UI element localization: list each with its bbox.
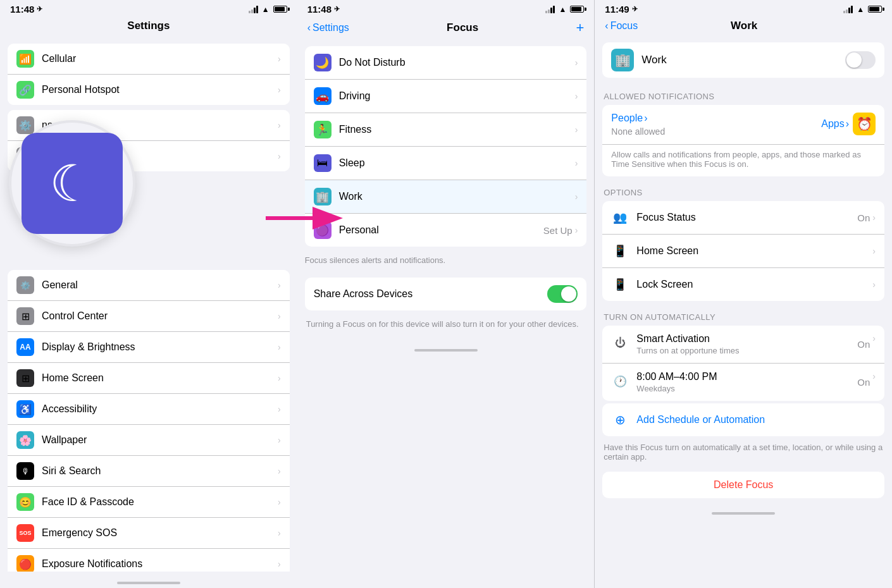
status-bar-1: 11:48 ✈ ▲ [0, 0, 297, 17]
status-time-3: 11:49 ✈ [605, 4, 637, 15]
settings-item-accessibility[interactable]: ♿ Accessibility › [8, 394, 290, 425]
home-screen-chevron: › [278, 373, 281, 383]
faceid-icon: 😊 [16, 493, 34, 511]
general-chevron: › [278, 280, 281, 290]
focus-status-icon: 👥 [611, 209, 629, 226]
add-schedule-row[interactable]: ⊕ Add Schedule or Automation [602, 403, 884, 436]
personal-setup-label: Set Up [543, 225, 573, 236]
share-section: Share Across Devices [305, 278, 587, 310]
focus-item-fitness[interactable]: 🏃 Fitness › [305, 113, 587, 147]
battery-icon-2 [570, 6, 584, 13]
settings-item-cellular[interactable]: 📶 Cellular › [8, 44, 290, 75]
lock-screen-chevron: › [872, 279, 876, 290]
focus-hint: Focus silences alerts and notifications. [297, 252, 595, 273]
work-toggle[interactable] [845, 51, 876, 69]
ns-icon: ⚙️ [16, 116, 34, 134]
settings-item-exposure[interactable]: 🔴 Exposure Notifications › [8, 549, 290, 572]
settings-panel: 11:48 ✈ ▲ Settings 📶 Cellular › [0, 0, 297, 588]
people-value: None allowed [611, 126, 821, 137]
exposure-label: Exposure Notifications [42, 558, 278, 570]
allowed-notif-desc: Allow calls and notifications from peopl… [602, 145, 884, 176]
delete-row[interactable]: Delete Focus [602, 472, 884, 498]
ns-chevron: › [278, 120, 281, 130]
personal-label: Personal [339, 224, 543, 236]
work-focus-label: Work [339, 191, 575, 202]
otics-chevron: › [278, 151, 281, 161]
sleep-label: Sleep [339, 157, 575, 169]
settings-item-control-center[interactable]: ⊞ Control Center › [8, 301, 290, 332]
schedule-text: 8:00 AM–4:00 PM Weekdays [636, 371, 857, 393]
display-chevron: › [278, 342, 281, 352]
sos-label: Emergency SOS [42, 527, 278, 539]
allowed-notif-row: People › None allowed Apps › ⏰ [602, 105, 884, 145]
focus-item-sleep[interactable]: 🛏 Sleep › [305, 147, 587, 180]
settings-item-sos[interactable]: SOS Emergency SOS › [8, 518, 290, 549]
settings-list: 📶 Cellular › 🔗 Personal Hotspot › ⚙️ ns … [0, 39, 297, 572]
settings-item-hotspot[interactable]: 🔗 Personal Hotspot › [8, 75, 290, 105]
back-chevron-icon: ‹ [307, 22, 311, 34]
work-back-chevron: ‹ [605, 20, 608, 32]
general-label: General [42, 279, 278, 291]
option-focus-status[interactable]: 👥 Focus Status On › [602, 201, 884, 235]
auto-smart-activation[interactable]: ⏻ Smart Activation Turns on at opportune… [602, 326, 884, 364]
focus-back-button[interactable]: ‹ Settings [307, 22, 349, 34]
driving-chevron: › [575, 91, 578, 101]
home-bar-3 [595, 501, 892, 518]
display-label: Display & Brightness [42, 341, 278, 353]
option-home-screen[interactable]: 📱 Home Screen › [602, 235, 884, 268]
schedule-icon: 🕐 [611, 372, 629, 390]
dnd-label: Do Not Disturb [339, 57, 575, 68]
accessibility-chevron: › [278, 404, 281, 414]
schedule-label: 8:00 AM–4:00 PM [636, 371, 857, 383]
settings-item-general[interactable]: ⚙️ General › [8, 270, 290, 301]
dnd-icon: 🌙 [314, 54, 331, 71]
people-link[interactable]: People › [611, 113, 821, 124]
signal-icon-3 [843, 6, 853, 13]
siri-chevron: › [278, 466, 281, 476]
option-lock-screen[interactable]: 📱 Lock Screen › [602, 268, 884, 301]
location-icon: ✈ [37, 5, 42, 13]
accessibility-label: Accessibility [42, 403, 278, 415]
settings-item-faceid[interactable]: 😊 Face ID & Passcode › [8, 487, 290, 518]
wallpaper-chevron: › [278, 435, 281, 445]
hotspot-label: Personal Hotspot [42, 84, 278, 95]
hotspot-chevron: › [278, 85, 281, 95]
control-center-icon: ⊞ [16, 307, 34, 325]
delete-section: Delete Focus [602, 472, 884, 498]
settings-item-wallpaper[interactable]: 🌸 Wallpaper › [8, 425, 290, 456]
focus-item-work[interactable]: 🏢 Work › [305, 180, 587, 214]
focus-item-dnd[interactable]: 🌙 Do Not Disturb › [305, 46, 587, 80]
share-desc: Turning a Focus on for this device will … [297, 315, 595, 338]
focus-moon-icon: ☾ [49, 154, 95, 213]
focus-item-personal[interactable]: 🟣 Personal Set Up › [305, 214, 587, 247]
delete-label: Delete Focus [714, 479, 773, 491]
driving-icon: 🚗 [314, 87, 331, 105]
focus-status-value: On [857, 212, 870, 223]
lock-screen-icon: 📱 [611, 276, 629, 293]
apps-link[interactable]: Apps › [821, 118, 849, 130]
display-icon: AA [16, 338, 34, 356]
add-schedule-section: ⊕ Add Schedule or Automation [602, 403, 884, 436]
share-toggle[interactable] [547, 285, 578, 303]
focus-back-label: Settings [313, 22, 349, 34]
smart-activation-sublabel: Turns on at opportune times [636, 346, 857, 355]
add-schedule-icon: ⊕ [611, 411, 629, 429]
lock-screen-label: Lock Screen [636, 279, 872, 290]
auto-schedule[interactable]: 🕐 8:00 AM–4:00 PM Weekdays On › [602, 364, 884, 401]
driving-label: Driving [339, 90, 575, 102]
work-back-button[interactable]: ‹ Focus [605, 20, 638, 32]
settings-item-display[interactable]: AA Display & Brightness › [8, 332, 290, 363]
wifi-icon-2: ▲ [559, 5, 566, 14]
focus-panel: 11:48 ✈ ▲ ‹ Settings Focus + 🌙 Do Not Di… [297, 0, 595, 588]
auto-desc: Have this Focus turn on automatically at… [595, 439, 892, 469]
settings-item-home-screen[interactable]: ⊞ Home Screen › [8, 363, 290, 394]
wallpaper-label: Wallpaper [42, 434, 278, 446]
focus-plus-button[interactable]: + [576, 20, 584, 36]
settings-item-siri[interactable]: 🎙 Siri & Search › [8, 456, 290, 487]
work-nav-header: ‹ Focus Work [595, 17, 892, 37]
status-icons-1: ▲ [249, 5, 287, 14]
siri-label: Siri & Search [42, 465, 278, 477]
sleep-icon: 🛏 [314, 154, 331, 172]
focus-item-driving[interactable]: 🚗 Driving › [305, 80, 587, 113]
signal-icon-2 [545, 6, 555, 13]
